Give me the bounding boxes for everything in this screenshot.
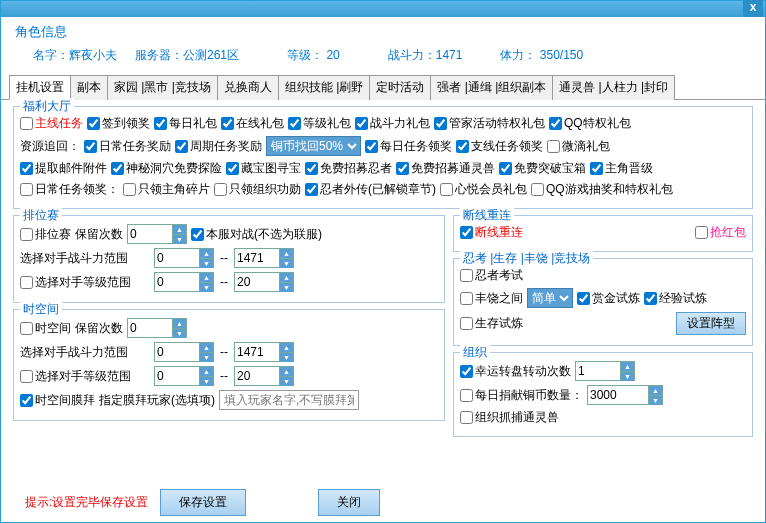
group-title: 排位赛 bbox=[20, 207, 62, 224]
combat-range-label: 选择对手战斗力范围 bbox=[20, 250, 150, 267]
chk-level-range[interactable]: 选择对手等级范围 bbox=[20, 274, 150, 291]
tab-dungeon[interactable]: 副本 bbox=[70, 75, 108, 100]
st-lr-hi[interactable]: ▲▼ bbox=[234, 366, 294, 386]
chk-fengrao[interactable]: 丰饶之间 bbox=[460, 290, 523, 307]
donate-spinner[interactable]: ▲▼ bbox=[587, 385, 663, 405]
ranking-lr-lo[interactable]: ▲▼ bbox=[154, 272, 214, 292]
chk-org-merit[interactable]: 只领组织功勋 bbox=[214, 181, 301, 198]
st-cr-hi[interactable]: ▲▼ bbox=[234, 342, 294, 362]
ranking-group: 排位赛 排位赛 保留次数 ▲▼ 本服对战(不选为联服) 选择对手战斗力范围 ▲▼… bbox=[13, 215, 445, 303]
ranking-lr-hi[interactable]: ▲▼ bbox=[234, 272, 294, 292]
tab-org-skill[interactable]: 组织技能 |刷野 bbox=[278, 75, 370, 100]
tab-strong[interactable]: 强者 |通缉 |组织副本 bbox=[430, 75, 553, 100]
welfare-group: 福利大厅 主线任务 签到领奖 每日礼包 在线礼包 等级礼包 战斗力礼包 管家活动… bbox=[13, 106, 753, 209]
header: 角色信息 名字：辉夜小夫 服务器：公测261区 等级： 20 战斗力：1471 … bbox=[1, 17, 765, 72]
tab-timed[interactable]: 定时活动 bbox=[369, 75, 431, 100]
st-cr-lo[interactable]: ▲▼ bbox=[154, 342, 214, 362]
spin-up-icon[interactable]: ▲ bbox=[172, 225, 186, 235]
chk-spacetime[interactable]: 时空间 bbox=[20, 320, 71, 337]
endure-group: 忍考 |生存 |丰饶 |竞技场 忍者考试 丰饶之间 简单 赏金试炼 经验试炼 生… bbox=[453, 258, 753, 346]
group-title: 忍考 |生存 |丰饶 |竞技场 bbox=[460, 250, 593, 267]
chk-daily-task[interactable]: 日常任务奖励 bbox=[84, 138, 171, 155]
chk-exam[interactable]: 忍者考试 bbox=[460, 267, 523, 284]
close-icon[interactable]: x bbox=[743, 0, 763, 17]
chk-exp[interactable]: 经验试炼 bbox=[644, 290, 707, 307]
group-title: 时空间 bbox=[20, 301, 62, 318]
footer: 提示:设置完毕保存设置 保存设置 关闭 bbox=[1, 489, 765, 516]
spin-down-icon[interactable]: ▼ bbox=[172, 235, 186, 244]
keep-label: 保留次数 bbox=[75, 320, 123, 337]
chk-fragment[interactable]: 只领主角碎片 bbox=[123, 181, 210, 198]
chk-reconnect[interactable]: 断线重连 bbox=[460, 224, 523, 241]
chk-daily-reward[interactable]: 每日任务领奖 bbox=[365, 138, 452, 155]
chk-qq-game[interactable]: QQ游戏抽奖和特权礼包 bbox=[531, 181, 673, 198]
st-lr-lo[interactable]: ▲▼ bbox=[154, 366, 214, 386]
chk-cave[interactable]: 神秘洞穴免费探险 bbox=[111, 160, 222, 177]
chk-breakthrough[interactable]: 免费突破宝箱 bbox=[499, 160, 586, 177]
reconnect-group: 断线重连 断线重连 抢红包 bbox=[453, 215, 753, 252]
level-label: 等级： 20 bbox=[287, 47, 340, 64]
tabs: 挂机设置 副本 家园 |黑市 |竞技场 兑换商人 组织技能 |刷野 定时活动 强… bbox=[1, 74, 765, 100]
ranking-keep-spinner[interactable]: ▲▼ bbox=[127, 224, 187, 244]
wheel-spinner[interactable]: ▲▼ bbox=[575, 361, 635, 381]
worship-input[interactable] bbox=[219, 390, 359, 410]
chk-daily-reward2[interactable]: 日常任务领奖： bbox=[20, 181, 119, 198]
st-keep-spinner[interactable]: ▲▼ bbox=[127, 318, 187, 338]
chk-xinyue[interactable]: 心悦会员礼包 bbox=[440, 181, 527, 198]
group-title: 组织 bbox=[460, 344, 490, 361]
chk-capture[interactable]: 组织抓捕通灵兽 bbox=[460, 409, 559, 426]
chk-survival[interactable]: 生存试炼 bbox=[460, 315, 523, 332]
tab-home[interactable]: 家园 |黑市 |竞技场 bbox=[107, 75, 218, 100]
resource-label: 资源追回： bbox=[20, 138, 80, 155]
spacetime-group: 时空间 时空间 保留次数 ▲▼ 选择对手战斗力范围 ▲▼ -- ▲▼ 选择对手等… bbox=[13, 309, 445, 421]
chk-qq-priv[interactable]: QQ特权礼包 bbox=[549, 115, 631, 132]
chk-red-env[interactable]: 抢红包 bbox=[695, 224, 746, 241]
coin-recover-select[interactable]: 铜币找回50% bbox=[266, 136, 361, 156]
difficulty-select[interactable]: 简单 bbox=[527, 288, 573, 308]
group-title: 福利大厅 bbox=[20, 98, 74, 115]
combat-range-label: 选择对手战斗力范围 bbox=[20, 344, 150, 361]
org-group: 组织 幸运转盘转动次数 ▲▼ 每日捐献铜币数量： ▲▼ 组织抓捕通灵兽 bbox=[453, 352, 753, 437]
chk-st-level-range[interactable]: 选择对手等级范围 bbox=[20, 368, 150, 385]
header-title: 角色信息 bbox=[15, 23, 751, 41]
close-button[interactable]: 关闭 bbox=[318, 489, 380, 516]
chk-online[interactable]: 在线礼包 bbox=[221, 115, 284, 132]
group-title: 断线重连 bbox=[460, 207, 514, 224]
ranking-cr-hi[interactable]: ▲▼ bbox=[234, 248, 294, 268]
chk-wechat[interactable]: 微滴礼包 bbox=[547, 138, 610, 155]
name-label: 名字：辉夜小夫 bbox=[33, 47, 117, 64]
chk-branch[interactable]: 支线任务领奖 bbox=[456, 138, 543, 155]
chk-donate[interactable]: 每日捐献铜币数量： bbox=[460, 387, 583, 404]
chk-main-quest[interactable]: 主线任务 bbox=[20, 115, 83, 132]
chk-bounty[interactable]: 赏金试炼 bbox=[577, 290, 640, 307]
chk-gaiden[interactable]: 忍者外传(已解锁章节) bbox=[305, 181, 436, 198]
ranking-cr-lo[interactable]: ▲▼ bbox=[154, 248, 214, 268]
chk-ranking[interactable]: 排位赛 bbox=[20, 226, 71, 243]
titlebar: x bbox=[1, 1, 765, 17]
chk-level[interactable]: 等级礼包 bbox=[288, 115, 351, 132]
chk-signin[interactable]: 签到领奖 bbox=[87, 115, 150, 132]
chk-worship[interactable]: 时空间膜拜 bbox=[20, 392, 95, 409]
keep-label: 保留次数 bbox=[75, 226, 123, 243]
chk-mail[interactable]: 提取邮件附件 bbox=[20, 160, 107, 177]
chk-combat[interactable]: 战斗力礼包 bbox=[355, 115, 430, 132]
tab-spirit[interactable]: 通灵兽 |人柱力 |封印 bbox=[552, 75, 675, 100]
save-button[interactable]: 保存设置 bbox=[160, 489, 246, 516]
chk-protag[interactable]: 主角晋级 bbox=[590, 160, 653, 177]
power-label: 战斗力：1471 bbox=[388, 47, 463, 64]
stamina-label: 体力： 350/150 bbox=[500, 47, 583, 64]
chk-treasure[interactable]: 藏宝图寻宝 bbox=[226, 160, 301, 177]
hint-text: 提示:设置完毕保存设置 bbox=[25, 494, 148, 511]
formation-button[interactable]: 设置阵型 bbox=[676, 312, 746, 335]
chk-butler[interactable]: 管家活动特权礼包 bbox=[434, 115, 545, 132]
chk-local-match[interactable]: 本服对战(不选为联服) bbox=[191, 226, 322, 243]
chk-daily[interactable]: 每日礼包 bbox=[154, 115, 217, 132]
chk-weekly[interactable]: 周期任务奖励 bbox=[175, 138, 262, 155]
chk-wheel[interactable]: 幸运转盘转动次数 bbox=[460, 363, 571, 380]
server-label: 服务器：公测261区 bbox=[135, 47, 239, 64]
tab-hang[interactable]: 挂机设置 bbox=[9, 75, 71, 100]
worship-label: 指定膜拜玩家(选填项) bbox=[99, 392, 215, 409]
chk-recruit-spirit[interactable]: 免费招募通灵兽 bbox=[396, 160, 495, 177]
chk-recruit-ninja[interactable]: 免费招募忍者 bbox=[305, 160, 392, 177]
tab-merchant[interactable]: 兑换商人 bbox=[217, 75, 279, 100]
